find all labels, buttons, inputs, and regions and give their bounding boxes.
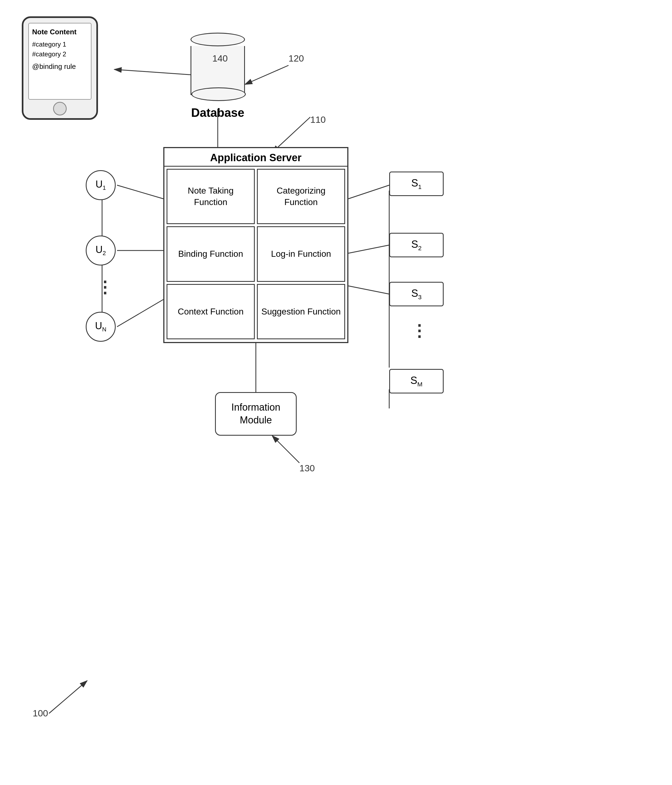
server-s1-label: S1: [411, 177, 422, 191]
context-function: Context Function: [167, 284, 255, 339]
binding-function: Binding Function: [167, 226, 255, 281]
user-u2: U2: [86, 236, 116, 266]
user-u1-label: U1: [95, 178, 106, 191]
application-server: Application Server Note Taking Function …: [163, 147, 349, 343]
user-u2-label: U2: [95, 244, 106, 257]
servers-ellipsis: ⋮: [411, 321, 427, 340]
ref-140: 140: [212, 53, 228, 64]
server-s2-label: S2: [411, 239, 422, 252]
svg-line-17: [49, 681, 87, 713]
server-s1: S1: [389, 172, 444, 196]
db-bottom-ellipse: [191, 88, 246, 101]
db-top-ellipse: [191, 33, 245, 46]
screen-line-1: Note Content: [32, 27, 88, 37]
note-taking-function: Note Taking Function: [167, 169, 255, 224]
ref-120: 120: [289, 53, 304, 64]
mobile-device: Note Content #category 1 #category 2 @bi…: [22, 16, 98, 120]
information-module: Information Module: [215, 392, 297, 436]
ref-110: 110: [310, 114, 326, 125]
server-sm-label: SM: [411, 375, 422, 388]
svg-line-8: [117, 300, 163, 327]
svg-line-10: [349, 185, 389, 199]
user-un-label: UN: [95, 320, 106, 333]
login-function: Log-in Function: [257, 226, 345, 281]
user-un: UN: [86, 312, 116, 342]
database-label: Database: [191, 106, 244, 120]
ref-130: 130: [299, 463, 315, 474]
connection-lines: [0, 0, 672, 785]
function-grid: Note Taking Function Categorizing Functi…: [164, 167, 347, 341]
screen-line-3: #category 2: [32, 49, 88, 59]
diagram-container: Note Content #category 1 #category 2 @bi…: [0, 0, 672, 785]
info-module-label: Information Module: [216, 401, 296, 427]
svg-line-16: [272, 436, 299, 463]
suggestion-function: Suggestion Function: [257, 284, 345, 339]
mobile-screen: Note Content #category 1 #category 2 @bi…: [28, 23, 91, 100]
server-s3: S3: [389, 282, 444, 306]
screen-line-4: @binding rule: [32, 61, 88, 72]
database-cylinder: [191, 33, 245, 95]
database-component: Database: [191, 33, 245, 120]
app-server-title: Application Server: [164, 148, 347, 167]
user-u1: U1: [86, 170, 116, 200]
server-sm: SM: [389, 369, 444, 394]
users-ellipsis: ⋮: [97, 278, 113, 297]
svg-line-12: [349, 286, 389, 294]
mobile-home-button: [53, 102, 67, 116]
svg-line-11: [349, 245, 389, 253]
screen-line-2: #category 1: [32, 39, 88, 49]
server-s3-label: S3: [411, 288, 422, 301]
categorizing-function: Categorizing Function: [257, 169, 345, 224]
svg-line-6: [117, 185, 163, 199]
server-s2: S2: [389, 233, 444, 257]
svg-line-3: [245, 65, 289, 84]
ref-100-arrow: [41, 675, 95, 719]
